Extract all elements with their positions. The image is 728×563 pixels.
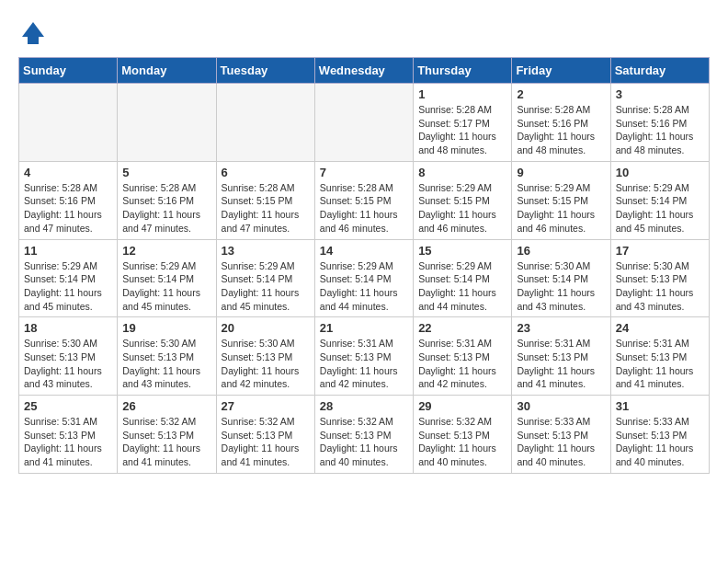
- calendar-day-cell: 15Sunrise: 5:29 AMSunset: 5:14 PMDayligh…: [414, 239, 512, 317]
- logo-icon: [18, 18, 48, 48]
- svg-marker-0: [22, 22, 44, 37]
- day-info: Sunrise: 5:30 AMSunset: 5:14 PMDaylight:…: [517, 259, 605, 314]
- day-number: 9: [517, 166, 605, 179]
- calendar-day-cell: 1Sunrise: 5:28 AMSunset: 5:17 PMDaylight…: [414, 84, 512, 162]
- day-number: 3: [616, 87, 704, 101]
- svg-rect-1: [28, 37, 39, 44]
- day-info: Sunrise: 5:32 AMSunset: 5:13 PMDaylight:…: [122, 415, 210, 469]
- day-number: 17: [616, 244, 704, 258]
- day-number: 27: [222, 399, 310, 413]
- day-number: 14: [320, 244, 408, 258]
- calendar-day-cell: 22Sunrise: 5:31 AMSunset: 5:13 PMDayligh…: [414, 317, 512, 396]
- day-info: Sunrise: 5:30 AMSunset: 5:13 PMDaylight:…: [616, 259, 704, 314]
- day-number: 19: [122, 321, 210, 335]
- calendar-day-cell: 10Sunrise: 5:29 AMSunset: 5:14 PMDayligh…: [610, 161, 709, 239]
- calendar-day-cell: 21Sunrise: 5:31 AMSunset: 5:13 PMDayligh…: [314, 317, 413, 396]
- calendar-day-cell: 24Sunrise: 5:31 AMSunset: 5:13 PMDayligh…: [610, 317, 709, 396]
- day-number: 13: [222, 244, 310, 258]
- day-info: Sunrise: 5:32 AMSunset: 5:13 PMDaylight:…: [418, 415, 506, 469]
- calendar-day-cell: 8Sunrise: 5:29 AMSunset: 5:15 PMDaylight…: [414, 161, 512, 239]
- calendar-day-cell: 19Sunrise: 5:30 AMSunset: 5:13 PMDayligh…: [118, 317, 216, 396]
- day-number: 16: [517, 244, 605, 258]
- calendar-day-cell: 4Sunrise: 5:28 AMSunset: 5:16 PMDaylight…: [19, 161, 118, 239]
- calendar-day-cell: 14Sunrise: 5:29 AMSunset: 5:14 PMDayligh…: [314, 239, 413, 317]
- day-number: 25: [24, 399, 112, 413]
- day-info: Sunrise: 5:29 AMSunset: 5:14 PMDaylight:…: [122, 259, 210, 314]
- day-info: Sunrise: 5:29 AMSunset: 5:15 PMDaylight:…: [418, 181, 506, 236]
- day-info: Sunrise: 5:29 AMSunset: 5:14 PMDaylight:…: [418, 259, 506, 314]
- day-number: 31: [616, 399, 704, 413]
- day-number: 21: [320, 321, 408, 335]
- day-of-week-header: Friday: [512, 58, 610, 84]
- day-number: 24: [616, 321, 704, 335]
- day-info: Sunrise: 5:28 AMSunset: 5:15 PMDaylight:…: [222, 181, 310, 236]
- day-info: Sunrise: 5:32 AMSunset: 5:13 PMDaylight:…: [320, 415, 408, 469]
- calendar-day-cell: 29Sunrise: 5:32 AMSunset: 5:13 PMDayligh…: [414, 396, 512, 474]
- day-number: 5: [122, 166, 210, 179]
- day-number: 20: [222, 321, 310, 335]
- day-number: 15: [418, 244, 506, 258]
- day-number: 7: [320, 166, 408, 179]
- day-info: Sunrise: 5:31 AMSunset: 5:13 PMDaylight:…: [616, 337, 704, 391]
- day-number: 28: [320, 399, 408, 413]
- calendar-week-row: 11Sunrise: 5:29 AMSunset: 5:14 PMDayligh…: [19, 239, 710, 317]
- calendar-week-row: 4Sunrise: 5:28 AMSunset: 5:16 PMDaylight…: [19, 161, 710, 239]
- day-number: 2: [517, 87, 605, 101]
- day-of-week-header: Sunday: [19, 58, 118, 84]
- calendar-week-row: 1Sunrise: 5:28 AMSunset: 5:17 PMDaylight…: [19, 84, 710, 162]
- logo: [18, 18, 51, 48]
- day-number: 22: [418, 321, 506, 335]
- calendar-day-cell: 26Sunrise: 5:32 AMSunset: 5:13 PMDayligh…: [118, 396, 216, 474]
- page-header: [18, 18, 710, 48]
- day-info: Sunrise: 5:28 AMSunset: 5:16 PMDaylight:…: [122, 181, 210, 236]
- day-number: 18: [24, 321, 112, 335]
- day-info: Sunrise: 5:31 AMSunset: 5:13 PMDaylight:…: [418, 337, 506, 391]
- day-of-week-header: Wednesday: [314, 58, 413, 84]
- calendar-day-cell: 12Sunrise: 5:29 AMSunset: 5:14 PMDayligh…: [118, 239, 216, 317]
- calendar-day-cell: 18Sunrise: 5:30 AMSunset: 5:13 PMDayligh…: [19, 317, 118, 396]
- calendar-day-cell: [314, 84, 413, 162]
- calendar-day-cell: 28Sunrise: 5:32 AMSunset: 5:13 PMDayligh…: [314, 396, 413, 474]
- calendar-day-cell: 16Sunrise: 5:30 AMSunset: 5:14 PMDayligh…: [512, 239, 610, 317]
- calendar-day-cell: 30Sunrise: 5:33 AMSunset: 5:13 PMDayligh…: [512, 396, 610, 474]
- day-info: Sunrise: 5:28 AMSunset: 5:17 PMDaylight:…: [418, 103, 506, 157]
- calendar-week-row: 18Sunrise: 5:30 AMSunset: 5:13 PMDayligh…: [19, 317, 710, 396]
- day-number: 4: [24, 166, 112, 179]
- calendar-day-cell: 31Sunrise: 5:33 AMSunset: 5:13 PMDayligh…: [610, 396, 709, 474]
- calendar-day-cell: 9Sunrise: 5:29 AMSunset: 5:15 PMDaylight…: [512, 161, 610, 239]
- day-info: Sunrise: 5:28 AMSunset: 5:16 PMDaylight:…: [616, 103, 704, 157]
- calendar-day-cell: 3Sunrise: 5:28 AMSunset: 5:16 PMDaylight…: [610, 84, 709, 162]
- calendar-week-row: 25Sunrise: 5:31 AMSunset: 5:13 PMDayligh…: [19, 396, 710, 474]
- calendar-day-cell: [216, 84, 314, 162]
- calendar-day-cell: [19, 84, 118, 162]
- day-info: Sunrise: 5:33 AMSunset: 5:13 PMDaylight:…: [517, 415, 605, 469]
- day-info: Sunrise: 5:33 AMSunset: 5:13 PMDaylight:…: [616, 415, 704, 469]
- day-info: Sunrise: 5:30 AMSunset: 5:13 PMDaylight:…: [222, 337, 310, 391]
- day-info: Sunrise: 5:28 AMSunset: 5:16 PMDaylight:…: [517, 103, 605, 157]
- day-info: Sunrise: 5:30 AMSunset: 5:13 PMDaylight:…: [122, 337, 210, 391]
- day-info: Sunrise: 5:29 AMSunset: 5:14 PMDaylight:…: [616, 181, 704, 236]
- day-info: Sunrise: 5:29 AMSunset: 5:14 PMDaylight:…: [24, 259, 112, 314]
- day-info: Sunrise: 5:29 AMSunset: 5:15 PMDaylight:…: [517, 181, 605, 236]
- calendar-day-cell: 7Sunrise: 5:28 AMSunset: 5:15 PMDaylight…: [314, 161, 413, 239]
- calendar-day-cell: 13Sunrise: 5:29 AMSunset: 5:14 PMDayligh…: [216, 239, 314, 317]
- day-info: Sunrise: 5:29 AMSunset: 5:14 PMDaylight:…: [320, 259, 408, 314]
- day-of-week-header: Thursday: [414, 58, 512, 84]
- day-number: 29: [418, 399, 506, 413]
- day-number: 8: [418, 166, 506, 179]
- calendar-day-cell: 2Sunrise: 5:28 AMSunset: 5:16 PMDaylight…: [512, 84, 610, 162]
- calendar-day-cell: 17Sunrise: 5:30 AMSunset: 5:13 PMDayligh…: [610, 239, 709, 317]
- day-number: 1: [418, 87, 506, 101]
- day-of-week-header: Tuesday: [216, 58, 314, 84]
- day-info: Sunrise: 5:31 AMSunset: 5:13 PMDaylight:…: [24, 415, 112, 469]
- day-info: Sunrise: 5:28 AMSunset: 5:16 PMDaylight:…: [24, 181, 112, 236]
- day-info: Sunrise: 5:30 AMSunset: 5:13 PMDaylight:…: [24, 337, 112, 391]
- calendar-day-cell: [118, 84, 216, 162]
- day-of-week-header: Monday: [118, 58, 216, 84]
- day-number: 10: [616, 166, 704, 179]
- calendar-day-cell: 5Sunrise: 5:28 AMSunset: 5:16 PMDaylight…: [118, 161, 216, 239]
- calendar-table: SundayMondayTuesdayWednesdayThursdayFrid…: [18, 57, 710, 474]
- calendar-day-cell: 20Sunrise: 5:30 AMSunset: 5:13 PMDayligh…: [216, 317, 314, 396]
- day-info: Sunrise: 5:29 AMSunset: 5:14 PMDaylight:…: [222, 259, 310, 314]
- calendar-day-cell: 6Sunrise: 5:28 AMSunset: 5:15 PMDaylight…: [216, 161, 314, 239]
